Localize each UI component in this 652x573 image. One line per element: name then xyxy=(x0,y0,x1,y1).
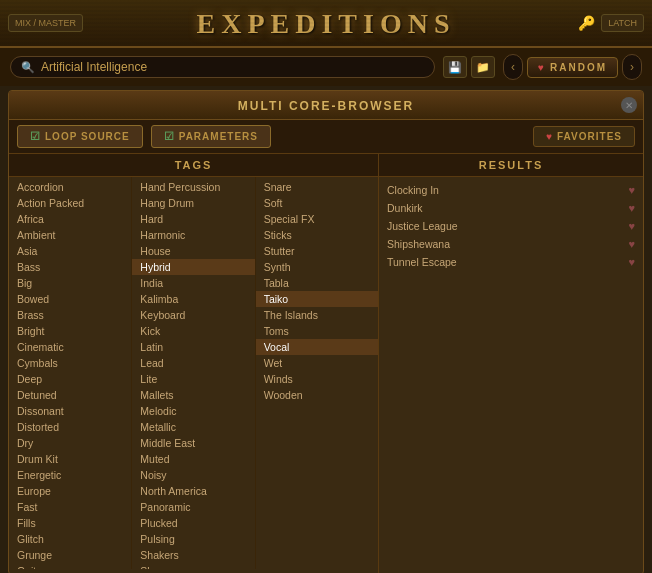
tag-item[interactable]: Middle East xyxy=(132,435,254,451)
result-heart-icon[interactable]: ♥ xyxy=(628,238,635,250)
tag-item[interactable]: Noisy xyxy=(132,467,254,483)
tag-item[interactable]: Snare xyxy=(256,179,378,195)
tag-item[interactable]: Shakers xyxy=(132,547,254,563)
tag-item[interactable]: Brass xyxy=(9,307,131,323)
tag-item[interactable]: Africa xyxy=(9,211,131,227)
tag-item[interactable]: Harmonic xyxy=(132,227,254,243)
tag-item[interactable]: Dry xyxy=(9,435,131,451)
tag-item[interactable]: Accordion xyxy=(9,179,131,195)
tag-item[interactable]: Toms xyxy=(256,323,378,339)
result-heart-icon[interactable]: ♥ xyxy=(628,202,635,214)
tag-item[interactable]: North America xyxy=(132,483,254,499)
tag-item[interactable]: Kick xyxy=(132,323,254,339)
tag-item[interactable]: Soft xyxy=(256,195,378,211)
tag-item[interactable]: Mallets xyxy=(132,387,254,403)
tags-columns: AccordionAction PackedAfricaAmbientAsiaB… xyxy=(9,177,378,569)
tag-item[interactable]: Winds xyxy=(256,371,378,387)
tag-item[interactable]: Melodic xyxy=(132,403,254,419)
tag-item[interactable]: Lead xyxy=(132,355,254,371)
save-search-button[interactable]: 💾 xyxy=(443,56,467,78)
tag-item[interactable]: Vocal xyxy=(256,339,378,355)
tab-parameters[interactable]: ☑ PARAMETERS xyxy=(151,125,271,148)
tag-item[interactable]: Metallic xyxy=(132,419,254,435)
result-heart-icon[interactable]: ♥ xyxy=(628,256,635,268)
tags-results-container: TAGS AccordionAction PackedAfricaAmbient… xyxy=(9,154,643,573)
tag-item[interactable]: Detuned xyxy=(9,387,131,403)
tag-item[interactable]: Panoramic xyxy=(132,499,254,515)
tag-item[interactable]: Keyboard xyxy=(132,307,254,323)
tag-item[interactable]: Europe xyxy=(9,483,131,499)
tag-item[interactable]: Deep xyxy=(9,371,131,387)
favorites-label: FAVORITES xyxy=(557,131,622,142)
favorites-heart-icon: ♥ xyxy=(546,131,553,142)
prev-button[interactable]: ‹ xyxy=(503,54,523,80)
tag-item[interactable]: Bright xyxy=(9,323,131,339)
tag-item[interactable]: Taiko xyxy=(256,291,378,307)
tag-item[interactable]: The Islands xyxy=(256,307,378,323)
tag-item[interactable]: Sticks xyxy=(256,227,378,243)
tag-item[interactable]: Drum Kit xyxy=(9,451,131,467)
tag-item[interactable]: Bowed xyxy=(9,291,131,307)
results-list: Clocking In♥Dunkirk♥Justice League♥Ships… xyxy=(379,177,643,569)
app-wrapper: MIX / MASTER EXPEDITIONS 🔑 LATCH 🔍 Artif… xyxy=(0,0,652,573)
tag-item[interactable]: Bass xyxy=(9,259,131,275)
tag-item[interactable]: Grunge xyxy=(9,547,131,563)
tag-item[interactable]: Energetic xyxy=(9,467,131,483)
random-button[interactable]: ♥ RANDOM xyxy=(527,57,618,78)
result-item[interactable]: Justice League♥ xyxy=(379,217,643,235)
mix-master-button[interactable]: MIX / MASTER xyxy=(8,14,83,32)
tag-item[interactable]: Pulsing xyxy=(132,531,254,547)
tag-item[interactable]: House xyxy=(132,243,254,259)
search-bar: 🔍 Artificial Intelligence 💾 📁 ‹ ♥ RANDOM… xyxy=(0,48,652,86)
tag-item[interactable]: Cymbals xyxy=(9,355,131,371)
browser-title-bar: MULTI CORE-BROWSER ✕ xyxy=(9,91,643,120)
tag-item[interactable]: Distorted xyxy=(9,419,131,435)
result-heart-icon[interactable]: ♥ xyxy=(628,220,635,232)
result-item[interactable]: Dunkirk♥ xyxy=(379,199,643,217)
tag-item[interactable]: Hybrid xyxy=(132,259,254,275)
favorites-button[interactable]: ♥ FAVORITES xyxy=(533,126,635,147)
tag-item[interactable]: Muted xyxy=(132,451,254,467)
app-header: MIX / MASTER EXPEDITIONS 🔑 LATCH xyxy=(0,0,652,48)
tag-item[interactable]: Guitar xyxy=(9,563,131,569)
nav-arrows: ‹ ♥ RANDOM › xyxy=(503,54,642,80)
tag-item[interactable]: Asia xyxy=(9,243,131,259)
tag-item[interactable]: Ambient xyxy=(9,227,131,243)
tag-item[interactable]: Action Packed xyxy=(9,195,131,211)
tag-item[interactable]: Dissonant xyxy=(9,403,131,419)
result-heart-icon[interactable]: ♥ xyxy=(628,184,635,196)
tag-item[interactable]: Hand Percussion xyxy=(132,179,254,195)
tag-item[interactable]: Glitch xyxy=(9,531,131,547)
tag-item[interactable]: Slow xyxy=(132,563,254,569)
result-item[interactable]: Shipshewana♥ xyxy=(379,235,643,253)
tag-item[interactable]: Hard xyxy=(132,211,254,227)
tag-item[interactable]: Fills xyxy=(9,515,131,531)
tag-item[interactable]: Kalimba xyxy=(132,291,254,307)
tag-item[interactable]: Wooden xyxy=(256,387,378,403)
folder-button[interactable]: 📁 xyxy=(471,56,495,78)
tab-params-label: PARAMETERS xyxy=(179,131,258,142)
tab-loop-source[interactable]: ☑ LOOP SOURCE xyxy=(17,125,143,148)
tag-item[interactable]: Plucked xyxy=(132,515,254,531)
close-button[interactable]: ✕ xyxy=(621,97,637,113)
tag-item[interactable]: Lite xyxy=(132,371,254,387)
checkbox-loop-icon: ☑ xyxy=(30,130,41,143)
result-name: Shipshewana xyxy=(387,238,450,250)
tag-item[interactable]: India xyxy=(132,275,254,291)
browser-title: MULTI CORE-BROWSER xyxy=(238,99,414,113)
tag-item[interactable]: Cinematic xyxy=(9,339,131,355)
tag-item[interactable]: Latin xyxy=(132,339,254,355)
tag-item[interactable]: Special FX xyxy=(256,211,378,227)
tag-item[interactable]: Tabla xyxy=(256,275,378,291)
results-panel: RESULTS Clocking In♥Dunkirk♥Justice Leag… xyxy=(379,154,643,573)
tag-item[interactable]: Wet xyxy=(256,355,378,371)
latch-button[interactable]: LATCH xyxy=(601,14,644,32)
result-item[interactable]: Tunnel Escape♥ xyxy=(379,253,643,271)
result-item[interactable]: Clocking In♥ xyxy=(379,181,643,199)
tag-item[interactable]: Big xyxy=(9,275,131,291)
next-button[interactable]: › xyxy=(622,54,642,80)
tag-item[interactable]: Hang Drum xyxy=(132,195,254,211)
tag-item[interactable]: Stutter xyxy=(256,243,378,259)
tag-item[interactable]: Synth xyxy=(256,259,378,275)
tag-item[interactable]: Fast xyxy=(9,499,131,515)
